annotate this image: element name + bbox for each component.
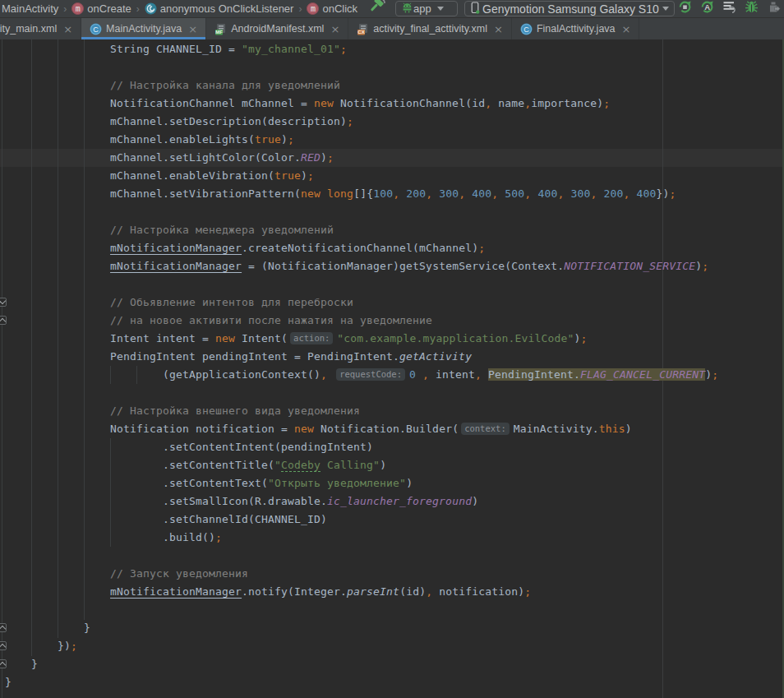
code-token: , (422, 368, 429, 381)
code-token: // Обьявление интентов для переброски (110, 296, 353, 308)
main-toolbar: app Genymotion Samsung Galaxy S10 (365, 0, 675, 17)
code-line-16: // на новое активити после нажатия на ув… (0, 312, 718, 330)
code-token: 200 (406, 187, 426, 200)
code-token: 300 (439, 187, 459, 200)
code-line-22: Notification notification = new Notifica… (0, 420, 718, 438)
code-token: 300 (570, 187, 590, 200)
apply-changes-restart-button[interactable] (678, 2, 692, 16)
code-token: 100 (373, 187, 393, 200)
code-token: , (475, 368, 482, 381)
fold-marker-up-icon[interactable] (0, 659, 7, 668)
code-line-25: .setContentText("Открыть уведомление") (0, 474, 718, 492)
code-token: // Настройка менеджера уведомлений (110, 224, 334, 236)
android-icon (401, 2, 413, 16)
editor-tab-MainActivity.java[interactable]: CMainActivity.java× (81, 18, 206, 39)
apply-code-changes-icon: A (700, 0, 714, 17)
debug-button[interactable] (745, 2, 759, 16)
code-editor[interactable]: String CHANNEL_ID = "my_channel_01"; // … (0, 39, 784, 698)
code-token: Calling" (321, 459, 380, 471)
code-token: 200 (603, 187, 623, 200)
code-line-4: NotificationChannel mChannel = new Notif… (0, 95, 718, 113)
editor-tab-activity_main.xml[interactable]: activity_main.xml× (0, 18, 81, 39)
code-token: RED (301, 151, 321, 164)
attach-debugger-button[interactable] (767, 2, 781, 16)
code-line-2 (0, 58, 718, 76)
code-line-20 (0, 384, 718, 402)
sync-layout-icon (722, 0, 736, 17)
code-line-33: } (0, 619, 718, 637)
code-token: ; (307, 169, 314, 182)
editor-tab-FinalActtivity.java[interactable]: CFinalActtivity.java× (512, 18, 640, 39)
breadcrumb-item[interactable]: anonymous OnClickListener (145, 2, 294, 15)
xml-icon: CX (357, 23, 369, 35)
code-token: new (301, 187, 321, 200)
editor-tab-bar: activity_main.xml×CMainActivity.java×MFA… (0, 18, 784, 39)
code-line-3: // Настройка канала для уведомлений (0, 76, 718, 95)
code-token: ; (71, 640, 77, 652)
code-line-31: mNotificationManager.notify(Integer.pars… (0, 583, 718, 601)
code-token: " (274, 459, 281, 471)
code-token: FLAG_CANCEL_CURRENT (580, 368, 705, 381)
code-token: // Настройка внешнего вида уведомления (110, 404, 360, 417)
code-line-19: (getApplicationContext(), requestCode:0 … (0, 366, 718, 384)
breadcrumb-item[interactable]: MainActivity (2, 2, 58, 15)
tab-close-icon[interactable]: × (494, 23, 503, 35)
method-icon-glyph: m (71, 2, 84, 15)
fold-marker-up-icon[interactable] (0, 641, 7, 650)
breadcrumb-label: anonymous OnClickListener (160, 2, 294, 15)
code-line-24: .setContentTitle("Codeby Calling") (0, 456, 718, 474)
apply-code-changes-button[interactable]: A (700, 2, 714, 16)
code-line-23: .setContentIntent(pendingIntent) (0, 438, 718, 456)
code-line-12: mNotificationManager.createNotificationC… (0, 239, 718, 257)
code-token: true (274, 169, 301, 182)
code-token: , (491, 187, 498, 200)
navigation-bar: MainActivity›monCreate›anonymous OnClick… (0, 0, 784, 18)
tab-close-icon[interactable]: × (330, 23, 339, 35)
fold-marker-up-icon[interactable] (0, 316, 7, 325)
code-token: 400 (537, 187, 557, 200)
code-line-32 (0, 601, 718, 619)
tab-label: activity_final_acttivity.xml (373, 23, 487, 35)
code-token: 400 (637, 187, 657, 200)
java-class-icon: C (520, 23, 533, 35)
code-token: "my_channel_01" (242, 43, 340, 55)
editor-tab-AndroidManifest.xml[interactable]: MFAndroidManifest.xml× (206, 18, 348, 39)
code-line-35: } (0, 655, 718, 673)
tab-close-icon[interactable]: × (188, 23, 197, 35)
code-token: // на новое активити после нажатия на ув… (110, 314, 432, 326)
fold-marker-down-icon[interactable] (0, 298, 7, 307)
run-configuration-select[interactable]: app (395, 1, 458, 16)
code-token: ; (712, 368, 718, 381)
code-line-1: String CHANNEL_ID = "my_channel_01"; (0, 40, 718, 58)
build-hammer-icon[interactable] (367, 0, 388, 16)
code-token: ; (603, 97, 610, 109)
code-token: ; (670, 187, 676, 200)
tab-label: MainActivity.java (106, 23, 182, 35)
editor-tab-activity_final_acttivity.xml[interactable]: CXactivity_final_acttivity.xml× (348, 18, 512, 39)
sync-layout-button[interactable] (722, 2, 736, 16)
code-line-28: .build(); (0, 529, 718, 547)
breadcrumb-item[interactable]: monClick (307, 2, 357, 15)
code-line-9: mChannel.setVibrationPattern(new long[]{… (0, 185, 718, 203)
code-token: , (459, 187, 465, 200)
debug-icon (745, 0, 759, 17)
svg-text:CX: CX (358, 30, 365, 35)
code-line-7: mChannel.setLightColor(Color.RED); (0, 149, 718, 167)
breadcrumb-item[interactable]: monCreate (71, 2, 131, 15)
tab-close-icon[interactable]: × (63, 23, 72, 35)
code-token: ; (580, 332, 587, 344)
attach-debugger-icon (767, 0, 781, 17)
code-token: mNotificationManager (110, 260, 242, 272)
code-line-34: }); (0, 637, 718, 655)
device-select[interactable]: Genymotion Samsung Galaxy S10 (464, 1, 675, 16)
fold-marker-up-icon[interactable] (0, 623, 7, 632)
dropdown-caret-icon (437, 7, 444, 11)
code-token: , (623, 187, 630, 200)
code-line-8: mChannel.enableVibration(true); (0, 167, 718, 185)
tab-close-icon[interactable]: × (622, 23, 631, 35)
code-token: "Открыть уведомление" (268, 477, 406, 489)
code-line-26: .setSmallIcon(R.drawable.ic_launcher_for… (0, 492, 718, 511)
code-token: new (314, 97, 334, 109)
breadcrumb-separator: › (63, 3, 67, 15)
code-line-17: Intent intent = new Intent(action:"com.e… (0, 330, 718, 348)
